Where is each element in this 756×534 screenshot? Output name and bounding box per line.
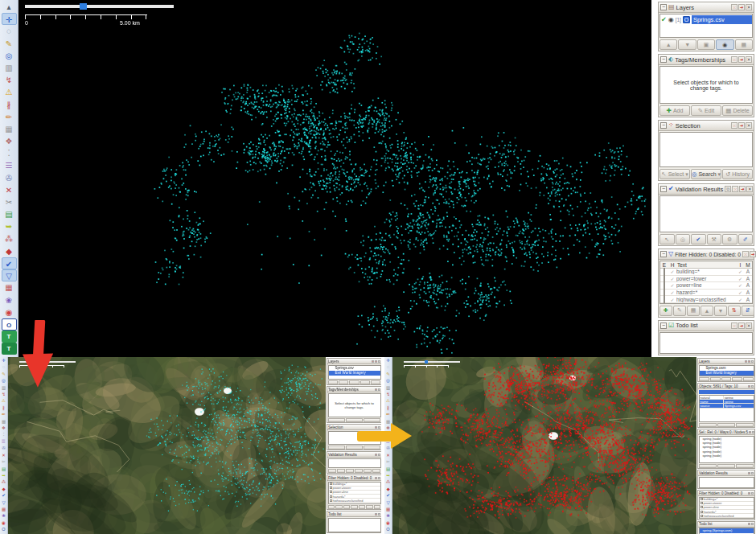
create-circle-tool[interactable]: ▦ — [2, 418, 6, 425]
todo-panel-header[interactable]: − ☑ Todo list ⁙ ➜ ✕ — [659, 321, 754, 331]
filter-icon[interactable]: ▽ — [2, 269, 17, 281]
validation-results-list[interactable] — [659, 195, 753, 232]
todo-tool[interactable]: T — [2, 331, 17, 343]
collapse-icon[interactable]: − — [660, 4, 667, 10]
sticky-icon[interactable]: ➜ — [738, 56, 745, 63]
follow-line-tool[interactable]: ↯ — [386, 391, 390, 397]
filter-down-button[interactable]: ▼ — [714, 306, 727, 316]
lasso-tool[interactable]: ◌ — [387, 364, 389, 370]
close-icon[interactable]: ✕ — [746, 322, 752, 329]
filter-enable-checkbox[interactable] — [664, 289, 665, 296]
validation-ignore-button[interactable]: ⚙ — [722, 234, 738, 244]
dock-icon[interactable]: ⁙ — [732, 186, 738, 192]
colors-tool[interactable]: ⁂ — [2, 233, 17, 245]
dock-icon[interactable]: ⁙ — [742, 251, 749, 257]
follow-line-tool[interactable]: ↯ — [2, 391, 6, 397]
delete-tool[interactable]: ▥ — [2, 384, 6, 391]
create-circle-tool[interactable]: ▦ — [2, 123, 17, 135]
filter-enable-checkbox[interactable] — [664, 296, 665, 303]
close-icon[interactable]: ✕ — [746, 4, 752, 10]
history-button[interactable]: ↺History — [722, 169, 753, 179]
close-icon[interactable]: ✕ — [746, 122, 752, 129]
todo-alt-tool[interactable]: T — [2, 343, 17, 355]
collapse-icon[interactable]: − — [660, 186, 667, 192]
turn-restriction-tool[interactable]: ➥ — [386, 472, 390, 479]
colors-tool[interactable]: ⁂ — [386, 479, 391, 485]
flower-tool[interactable]: ❀ — [2, 512, 6, 519]
satellite-map-red-canvas[interactable] — [392, 357, 696, 534]
colors-tool[interactable]: ⁂ — [2, 479, 6, 485]
improve-accuracy-tool[interactable]: ⚠ — [2, 86, 17, 98]
validate-icon[interactable]: ✔ — [386, 492, 390, 499]
validate-icon[interactable]: ✔ — [2, 257, 17, 269]
filter-edit-button[interactable]: ✎ — [673, 306, 686, 316]
split-tool[interactable]: ✂ — [386, 458, 390, 465]
filter-panel-header[interactable]: − ▽ Filter Hidden: 0 Disabled: 0 ⁙ ➜ ✕ — [659, 249, 754, 260]
layer-delete-button[interactable]: ▦ — [735, 39, 753, 50]
collapse-icon[interactable]: − — [660, 322, 667, 329]
layers-panel-header[interactable]: − ▤ Layers ⁙ ➜ ✕ — [659, 2, 754, 13]
delete-tool[interactable]: ▥ — [386, 384, 390, 391]
extrude-tool[interactable]: ✏ — [386, 411, 390, 417]
map-tool[interactable]: ▤ — [2, 208, 17, 220]
sticky-icon[interactable]: ➜ — [738, 322, 745, 329]
delete-tag-button[interactable]: ▦Delete — [722, 105, 753, 116]
parallel-tool[interactable]: ∦ — [2, 405, 5, 411]
align-tool[interactable]: ❖ — [2, 135, 17, 147]
attach-tool[interactable]: ✇ — [2, 172, 17, 184]
zoom-slider[interactable] — [25, 5, 174, 8]
layer-down-button[interactable]: ▼ — [678, 39, 696, 50]
todo-list[interactable] — [659, 332, 753, 354]
filter-up-button[interactable]: ▲ — [701, 306, 713, 316]
toolbar-scroll-up[interactable]: ▴ — [2, 1, 17, 13]
parallel-tool[interactable]: ∦ — [2, 99, 17, 111]
select-move-tool[interactable]: ✛ — [2, 357, 6, 364]
diamond-tool[interactable]: ◆ — [2, 486, 5, 492]
power-lines-tool[interactable]: ☰ — [2, 438, 6, 445]
selection-tool[interactable]: ✕ — [2, 184, 17, 196]
extrude-tool[interactable]: ✏ — [2, 411, 6, 417]
mini-filter-row[interactable]: highway=unclassified — [700, 514, 754, 518]
filter-hide-check[interactable]: ✓ — [670, 269, 674, 274]
osm-inspector-tool[interactable]: O — [2, 318, 17, 331]
lasso-tool[interactable]: ◌ — [2, 25, 17, 37]
filter-enable-checkbox[interactable] — [664, 268, 665, 275]
flower-tool[interactable]: ❀ — [386, 512, 390, 519]
selection-panel-header[interactable]: − ⁘ Selection ⁙ ➜ ✕ — [659, 121, 754, 131]
extrude-tool[interactable]: ✏ — [2, 111, 17, 123]
validation-lookup-button[interactable]: ◎ — [676, 234, 691, 244]
draw-node-tool[interactable]: ✎ — [2, 38, 17, 50]
osm-inspector-tool[interactable]: O — [386, 526, 389, 532]
sticky-icon[interactable]: ➜ — [750, 251, 756, 257]
layer-merge-button[interactable]: ▣ — [697, 39, 715, 50]
filter-hide-check[interactable]: ✓ — [670, 283, 674, 288]
osm-inspector-tool[interactable]: O — [2, 526, 5, 532]
tags-panel-header[interactable]: − ⬖ Tags/Memberships ⁙ ➜ ✕ — [659, 55, 754, 65]
filter-row[interactable]: ✓building=*✓A — [660, 269, 752, 276]
selection-list[interactable] — [659, 132, 753, 167]
filter-add-button[interactable]: ✚ — [659, 306, 672, 316]
filter-inverted-check[interactable]: ✓ — [738, 298, 742, 302]
filter-row[interactable]: ✓highway=unclassified✓A — [660, 296, 752, 303]
filter-inverted-check[interactable]: ✓ — [738, 269, 742, 274]
mini-selection-item[interactable]: spring (node) — [700, 454, 754, 458]
search-button[interactable]: ◎Search▾ — [691, 169, 721, 179]
building-tool[interactable]: ▦ — [386, 506, 390, 512]
select-button[interactable]: ↖Select▾ — [659, 169, 690, 179]
select-move-tool[interactable]: ✛ — [2, 13, 17, 25]
turn-restriction-tool[interactable]: ➥ — [2, 472, 6, 479]
dock-icon[interactable]: ⁙ — [731, 122, 738, 129]
pin-tool[interactable]: ◉ — [386, 520, 390, 526]
filter-hide-check[interactable]: ✓ — [670, 290, 674, 295]
sticky-icon[interactable]: ➜ — [738, 4, 745, 10]
layer-name[interactable]: Springs.csv — [692, 15, 752, 24]
filter-icon[interactable]: ▽ — [386, 499, 389, 506]
draw-node-tool[interactable]: ✎ — [2, 371, 6, 377]
layer-row-springs[interactable]: ✔ ◉ [1] O Springs.csv — [660, 14, 752, 24]
filter-row[interactable]: ✓hazard=*✓A — [660, 290, 752, 297]
diamond-tool[interactable]: ◆ — [386, 486, 389, 492]
flower-tool[interactable]: ❀ — [2, 294, 17, 306]
filter-hide-check[interactable]: ✓ — [670, 298, 674, 302]
sticky-icon[interactable]: ➜ — [739, 186, 746, 192]
filter-row[interactable]: ✓power=line✓A — [660, 282, 752, 290]
